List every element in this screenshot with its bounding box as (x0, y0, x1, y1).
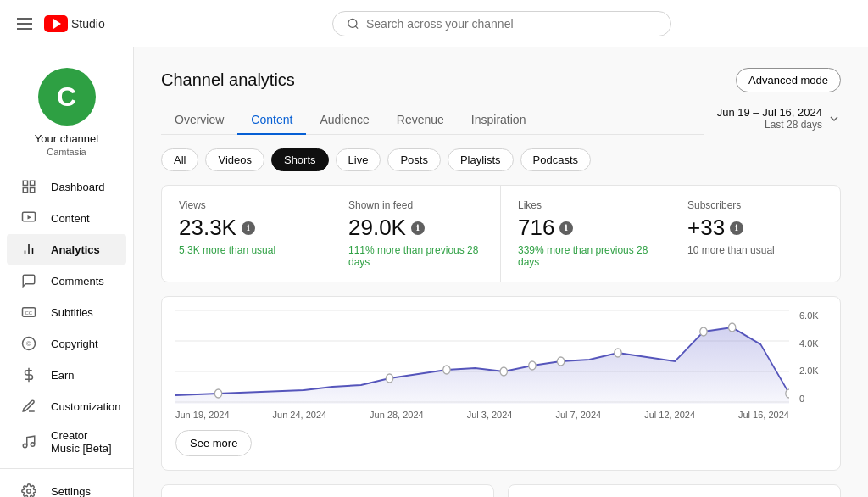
filter-all[interactable]: All (161, 148, 198, 171)
date-range[interactable]: Jun 19 – Jul 16, 2024 Last 28 days (717, 106, 841, 137)
layout: C Your channel Camtasia Dashboard Conten… (0, 47, 868, 497)
chart-y-labels: 6.0K 4.0K 2.0K 0 (796, 310, 826, 404)
tab-revenue[interactable]: Revenue (383, 106, 458, 135)
svg-point-0 (348, 19, 357, 27)
filter-podcasts[interactable]: Podcasts (520, 148, 591, 171)
metric-feed-label: Shown in feed (348, 199, 483, 211)
sidebar-label-customization: Customization (51, 400, 120, 413)
metric-subscribers: Subscribers +33 ℹ 10 more than usual (670, 186, 840, 282)
date-range-value: Jun 19 – Jul 16, 2024 (717, 106, 822, 119)
tab-inspiration[interactable]: Inspiration (458, 106, 540, 135)
sidebar-label-copyright: Copyright (51, 338, 98, 350)
svg-point-31 (728, 323, 735, 332)
avatar[interactable]: C (38, 68, 96, 126)
sidebar-item-analytics[interactable]: Analytics (7, 234, 126, 265)
cc-icon: CC (20, 304, 37, 321)
svg-point-24 (386, 374, 392, 383)
sidebar-item-comments[interactable]: Comments (7, 265, 126, 296)
svg-point-27 (529, 361, 536, 370)
svg-line-1 (355, 25, 358, 28)
sidebar-label-creator-music: Creator Music [Beta] (51, 429, 113, 455)
metric-subs-change: 10 more than usual (687, 244, 823, 256)
main-header: Channel analytics Advanced mode (161, 68, 841, 92)
date-period-value: Last 28 days (717, 119, 822, 131)
svg-point-25 (443, 366, 450, 374)
how-many-card: How many chose to view Last 28 days 57.8… (508, 484, 841, 497)
metric-feed-info[interactable]: ℹ (411, 221, 425, 235)
metric-feed: Shown in feed 29.0K ℹ 111% more than pre… (331, 186, 501, 282)
metric-subs-label: Subscribers (687, 199, 823, 211)
tab-content[interactable]: Content (237, 106, 306, 135)
chart-container: Jun 19, 2024 Jun 24, 2024 Jun 28, 2024 J… (161, 296, 841, 471)
sidebar-item-customization[interactable]: Customization (7, 391, 126, 422)
bubble-icon (20, 272, 37, 289)
search-icon (347, 17, 359, 31)
svg-rect-3 (31, 181, 35, 185)
sidebar-item-content[interactable]: Content (7, 203, 126, 233)
tab-audience[interactable]: Audience (306, 106, 382, 135)
play-icon (20, 209, 37, 226)
metric-subs-info[interactable]: ℹ (730, 221, 743, 235)
metric-views-label: Views (179, 199, 314, 211)
chart-x-labels: Jun 19, 2024 Jun 24, 2024 Jun 28, 2024 J… (175, 406, 789, 420)
filter-live[interactable]: Live (336, 148, 381, 171)
metric-likes-info[interactable]: ℹ (559, 221, 573, 235)
filter-videos[interactable]: Videos (205, 148, 264, 171)
sidebar-item-copyright[interactable]: © Copyright (7, 328, 126, 359)
svg-point-16 (23, 444, 27, 448)
filter-shorts[interactable]: Shorts (271, 148, 329, 171)
pencil-icon (20, 398, 37, 415)
metric-likes-value: 716 ℹ (518, 215, 653, 241)
sidebar-label-analytics: Analytics (51, 243, 100, 256)
tab-overview[interactable]: Overview (161, 106, 237, 135)
date-range-text: Jun 19 – Jul 16, 2024 Last 28 days (717, 106, 822, 131)
svg-point-17 (31, 443, 35, 447)
menu-button[interactable] (14, 14, 36, 33)
metric-views-change: 5.3K more than usual (179, 244, 314, 256)
chart-svg (175, 310, 789, 404)
sidebar-label-comments: Comments (51, 275, 104, 288)
sidebar-item-settings[interactable]: Settings (7, 476, 126, 497)
channel-handle: Camtasia (47, 147, 86, 157)
see-more-button[interactable]: See more (175, 430, 252, 456)
bottom-cards: How viewers find your Shorts Views · Las… (161, 484, 841, 497)
youtube-logo: Studio (44, 15, 105, 32)
metric-views-info[interactable]: ℹ (242, 221, 255, 235)
channel-name: Your channel (35, 132, 98, 145)
svg-marker-7 (28, 215, 32, 220)
svg-point-23 (214, 389, 221, 398)
analytics-tabs: Overview Content Audience Revenue Inspir… (161, 106, 704, 135)
metric-subs-value: +33 ℹ (687, 215, 823, 241)
advanced-mode-button[interactable]: Advanced mode (736, 68, 841, 92)
sidebar: C Your channel Camtasia Dashboard Conten… (0, 47, 134, 497)
sidebar-label-subtitles: Subtitles (51, 306, 93, 319)
metric-likes-label: Likes (518, 199, 653, 211)
metric-views-value: 23.3K ℹ (179, 215, 314, 241)
gear-icon (20, 483, 37, 497)
sidebar-item-subtitles[interactable]: CC Subtitles (7, 297, 126, 327)
sidebar-label-earn: Earn (51, 369, 74, 382)
svg-point-26 (500, 367, 507, 376)
filter-buttons: All Videos Shorts Live Posts Playlists P… (161, 148, 841, 171)
sidebar-item-dashboard[interactable]: Dashboard (7, 171, 126, 202)
svg-rect-2 (23, 181, 27, 185)
filter-playlists[interactable]: Playlists (448, 148, 514, 171)
search-input[interactable] (366, 17, 657, 31)
chevron-down-icon (827, 112, 841, 126)
sidebar-label-dashboard: Dashboard (51, 181, 105, 193)
metric-likes: Likes 716 ℹ 339% more than previous 28 d… (501, 186, 670, 282)
svg-point-32 (786, 389, 789, 398)
metric-views: Views 23.3K ℹ 5.3K more than usual (162, 186, 331, 282)
sidebar-item-earn[interactable]: Earn (7, 360, 126, 390)
filter-posts[interactable]: Posts (387, 148, 441, 171)
metric-likes-change: 339% more than previous 28 days (518, 244, 653, 268)
chart-icon (20, 241, 37, 258)
music-icon (20, 433, 37, 450)
grid-icon (20, 178, 37, 195)
metric-feed-value: 29.0K ℹ (348, 215, 483, 241)
copyright-icon: © (20, 335, 37, 352)
svg-point-30 (700, 327, 707, 336)
metric-feed-change: 111% more than previous 28 days (348, 244, 483, 268)
sidebar-item-creator-music[interactable]: Creator Music [Beta] (7, 422, 126, 461)
yt-icon (44, 15, 68, 32)
